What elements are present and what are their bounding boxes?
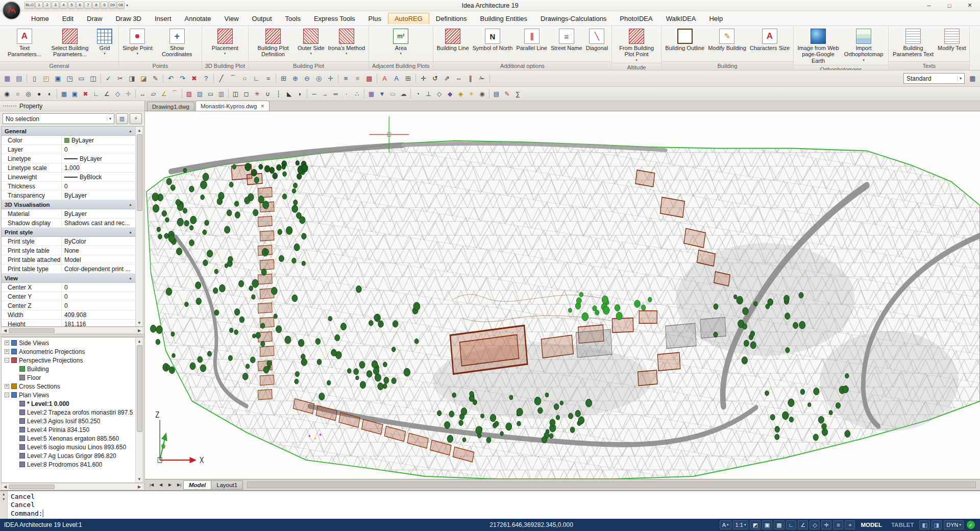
insert-block-icon[interactable]: ▼ <box>377 88 387 99</box>
menu-tab-annotate[interactable]: Annotate <box>178 13 218 25</box>
coordinates-display[interactable]: 217261.646,369282.345,0.000 <box>485 521 577 528</box>
tree-expand-icon[interactable]: + <box>5 341 9 345</box>
line-icon[interactable]: ╱ <box>215 73 227 84</box>
spline-icon[interactable]: ≈ <box>262 73 274 84</box>
property-value[interactable]: Color-dependent print ... <box>62 264 135 273</box>
tree-expand-icon[interactable]: + <box>5 384 9 389</box>
grid-toggle-icon[interactable]: ▦ <box>59 88 69 99</box>
layout-scrollbar[interactable] <box>247 481 976 488</box>
scroll-down-icon[interactable]: ▼ <box>136 319 143 326</box>
scroll-down-icon[interactable]: ▼ <box>3 497 5 501</box>
osnap-icon[interactable]: ◇ <box>112 88 123 99</box>
layout-tab-model[interactable]: Model <box>183 480 211 490</box>
tree-item-level-5-xenonas-ergaton-885-560[interactable]: Level:5 Xenonas ergaton 885.560 <box>2 434 135 443</box>
show-coordinates-button[interactable]: +Show Coordinates <box>155 28 200 61</box>
spell-check-icon[interactable]: ✓ <box>103 73 114 84</box>
camera-icon[interactable]: ◉ <box>477 88 487 99</box>
property-section-general[interactable]: General▲ <box>2 127 135 136</box>
tree-item-level-7-ag-lucas-grigor-896-820[interactable]: Level:7 Ag Lucas Grigor 896.820 <box>2 451 135 460</box>
ring-icon[interactable]: ◎ <box>23 88 34 99</box>
quick-select-button[interactable]: ▥ <box>116 113 128 124</box>
snap-toggle-icon[interactable]: ▣ <box>69 88 80 99</box>
grid-button[interactable]: Grid▾ <box>93 28 116 61</box>
quick-access-09[interactable]: 09 <box>109 2 116 9</box>
delete-icon[interactable]: ✖ <box>80 88 91 99</box>
quick-access-1[interactable]: 1 <box>35 2 43 9</box>
table-style-icon[interactable]: ⊞ <box>402 73 414 84</box>
single-point-button[interactable]: Single Point▾ <box>121 28 154 61</box>
markup-icon[interactable]: ✎ <box>502 88 512 99</box>
gradient-icon[interactable]: ▧ <box>194 88 205 99</box>
distance-icon[interactable]: ↔ <box>137 88 148 99</box>
quick-access-9[interactable]: 9 <box>101 2 108 9</box>
ray-icon[interactable]: → <box>320 88 330 99</box>
property-value[interactable]: ByLayer <box>62 209 135 218</box>
performance-icon[interactable]: ◨ <box>932 520 942 529</box>
arc-icon[interactable]: ⌒ <box>227 73 239 84</box>
building-parameters-text-button[interactable]: Building Parameters Text <box>891 28 936 61</box>
scroll-left-icon[interactable]: ◀ <box>2 484 9 490</box>
symbol-of-north-button[interactable]: NSymbol of North <box>471 28 514 61</box>
diagonal-button[interactable]: ╲Diagonal <box>584 28 609 61</box>
command-window[interactable]: ▲ ▼ CancelCancel Command: ▏ <box>0 490 980 519</box>
close-tab-icon[interactable]: ✕ <box>260 104 264 109</box>
menu-tab-photoidea[interactable]: PhotoIDEA <box>613 13 659 25</box>
document-tab-drawing1-dwg[interactable]: Drawing1.dwg <box>147 102 194 111</box>
next-tab-button[interactable]: ▶ <box>165 480 175 490</box>
circle-tool-icon[interactable]: ○ <box>12 88 23 99</box>
menu-tab-drawings-calculations[interactable]: Drawings-Calculations <box>534 13 613 25</box>
new-file-icon[interactable]: ▯ <box>29 73 40 84</box>
point-icon[interactable]: · <box>341 88 352 99</box>
quick-access-8[interactable]: 8 <box>92 2 100 9</box>
copy-icon[interactable]: ◨ <box>126 73 138 84</box>
tree-item-level-1-0-000[interactable]: * Level:1 0.000 <box>2 399 135 408</box>
tree-item-perspective-projections[interactable]: -Perspective Projections <box>2 356 135 365</box>
tree-expand-icon[interactable]: + <box>5 349 9 354</box>
quick-access-6[interactable]: 6 <box>76 2 84 9</box>
radius-icon[interactable]: ⌒ <box>169 88 180 99</box>
parallel-line-button[interactable]: ∥Parallel Line <box>514 28 549 61</box>
property-value[interactable]: 0 <box>62 292 135 301</box>
selection-dropdown[interactable]: No selection ▾ <box>3 113 114 124</box>
wipeout-icon[interactable]: ▭ <box>387 88 398 99</box>
prev-tab-button[interactable]: ◀ <box>156 480 165 490</box>
dyn-button[interactable]: DYN ▾ <box>944 520 964 529</box>
zoom-window-icon[interactable]: ⊞ <box>278 73 289 84</box>
quick-access-2[interactable]: 2 <box>43 2 51 9</box>
save-icon[interactable]: ▣ <box>52 73 64 84</box>
modify-building-button[interactable]: ✎Modify Building <box>706 28 748 61</box>
property-value[interactable]: 0 <box>62 182 135 190</box>
dim-style-icon[interactable]: A <box>390 73 402 84</box>
erase-icon[interactable]: ✖ <box>188 73 200 84</box>
menu-tab-tools[interactable]: Tools <box>279 13 307 25</box>
otrack-icon[interactable]: ✛ <box>123 88 134 99</box>
pickadd-toggle-button[interactable]: ⚡ <box>130 113 142 124</box>
property-value[interactable]: 409.908 <box>62 310 135 319</box>
undo-icon[interactable]: ↶ <box>165 73 177 84</box>
model-canvas[interactable]: Z X <box>145 111 980 479</box>
tree-item-level-3-agios-iosif-850-250[interactable]: Level:3 Agios Iosif 850.250 <box>2 417 135 425</box>
scroll-up-icon[interactable]: ▲ <box>136 127 143 134</box>
modify-text-button[interactable]: Modify Text <box>936 28 967 61</box>
fillet-icon[interactable]: ◗ <box>295 88 305 99</box>
tree-item-building[interactable]: Building <box>2 365 135 373</box>
tree-collapse-icon[interactable]: - <box>5 393 9 397</box>
property-value[interactable]: 0 <box>62 145 135 154</box>
text-style-icon[interactable]: A <box>379 73 390 84</box>
menu-tab-insert[interactable]: Insert <box>148 13 178 25</box>
paste-icon[interactable]: ◪ <box>138 73 150 84</box>
region-icon[interactable]: ▥ <box>216 88 227 99</box>
building-outline-button[interactable]: Building Outline <box>664 28 706 61</box>
property-panel-header[interactable]: Property <box>0 101 144 111</box>
quick-access-4[interactable]: 4 <box>60 2 67 9</box>
block-icon[interactable]: ▦ <box>366 88 377 99</box>
polyline-icon[interactable]: ∟ <box>251 73 262 84</box>
viewport-scale-button[interactable]: 1:1▾ <box>733 520 749 529</box>
selection-cycling-icon[interactable]: + <box>845 520 855 529</box>
polar-tracking-icon[interactable]: ∠ <box>798 520 808 529</box>
ungroup-icon[interactable]: ◻ <box>241 88 252 99</box>
tree-item-side-views[interactable]: +Side Views <box>2 339 135 347</box>
otrack-mode-icon[interactable]: ✛ <box>821 520 831 529</box>
render-icon[interactable]: ◆ <box>445 88 455 99</box>
import-orthophotomap-button[interactable]: Import Orthophotomap▾ <box>841 28 886 65</box>
